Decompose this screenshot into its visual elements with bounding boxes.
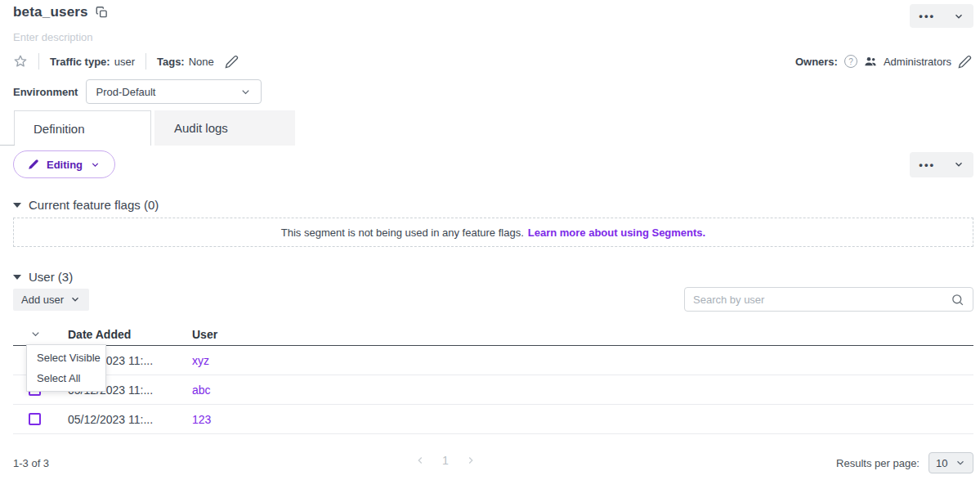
divider [145,53,146,70]
table-row: 05/12/2023 11:... xyz [13,346,973,375]
chevron-down-icon [239,86,252,98]
actions-expand-button[interactable] [944,4,973,28]
column-header-user: User [192,328,973,341]
tab-bar: Definition Audit logs [13,110,973,146]
collapse-triangle-icon [13,275,21,280]
environment-label: Environment [13,86,78,98]
search-input[interactable] [693,294,944,306]
divider [38,53,39,70]
feature-flags-section-toggle[interactable]: Current feature flags (0) [13,198,973,212]
prev-page-icon[interactable] [411,455,429,466]
definition-actions: ••• [910,152,973,177]
people-icon [864,56,877,67]
pencil-icon [28,159,39,170]
empty-state-text: This segment is not being used in any fe… [281,227,524,239]
tab-baseline [0,145,15,146]
tags: Tags: None [157,56,214,68]
user-link[interactable]: xyz [192,354,209,367]
collapse-triangle-icon [13,203,21,208]
tags-value: None [189,56,214,68]
title-row: beta_users ••• [13,4,973,25]
description-field[interactable]: Enter description [13,31,973,43]
results-per-page-value: 10 [936,457,947,469]
meta-row: Traffic type: user Tags: None Owners: ? … [13,52,973,70]
user-search-box [684,287,973,312]
results-per-page: Results per page: 10 [836,452,973,473]
feature-flags-heading: Current feature flags (0) [29,198,159,212]
table-row: 05/12/2023 11:... 123 [13,405,973,434]
results-per-page-label: Results per page: [836,457,920,469]
search-icon[interactable] [951,293,964,307]
feature-flags-empty-state: This segment is not being used in any fe… [13,218,973,247]
user-section-toggle[interactable]: User (3) [13,270,973,284]
more-actions-button[interactable]: ••• [910,4,944,28]
column-header-date: Date Added [68,328,192,341]
table-row: 05/12/2023 11:... abc [13,375,973,405]
learn-more-link[interactable]: Learn more about using Segments. [528,227,705,239]
tab-definition[interactable]: Definition [14,110,151,146]
traffic-type: Traffic type: user [50,56,135,68]
select-dropdown-menu: Select Visible Select All [26,344,106,392]
table-footer: 1-3 of 3 1 Results per page: 10 [13,451,973,475]
next-page-icon[interactable] [462,455,480,466]
row-date: 05/12/2023 11:... [68,413,192,426]
star-icon[interactable] [13,54,28,69]
edit-tags-pencil-icon[interactable] [225,55,239,69]
chevron-down-icon [953,11,964,22]
user-link[interactable]: 123 [192,413,211,426]
chevron-down-icon [953,159,964,170]
menu-item-select-visible[interactable]: Select Visible [27,348,105,368]
user-heading: User (3) [29,270,73,284]
owners: Owners: ? Administrators [795,55,973,69]
edit-owners-pencil-icon[interactable] [958,55,972,69]
traffic-type-value: user [114,56,135,68]
user-link[interactable]: abc [192,384,211,397]
table-header: Date Added User [13,323,973,346]
tags-label: Tags: [157,56,185,68]
owners-label: Owners: [795,56,838,68]
editing-label: Editing [47,159,83,171]
ellipsis-icon: ••• [919,11,935,21]
environment-select[interactable]: Prod-Default [86,79,262,104]
chevron-down-icon [69,294,81,305]
definition-more-button[interactable]: ••• [910,152,944,177]
results-per-page-select[interactable]: 10 [929,452,973,473]
traffic-type-label: Traffic type: [50,56,110,68]
page-number[interactable]: 1 [437,454,454,467]
editing-mode-button[interactable]: Editing [13,150,115,178]
environment-value: Prod-Default [96,86,155,98]
menu-item-select-all[interactable]: Select All [27,368,105,388]
editing-row: Editing ••• [13,150,973,178]
header-actions: ••• [910,4,973,28]
tab-audit-logs[interactable]: Audit logs [154,110,295,146]
pagination: 1 [411,454,480,467]
environment-row: Environment Prod-Default [13,79,973,104]
page-title: beta_users [13,4,88,20]
definition-expand-button[interactable] [944,152,973,177]
owners-value: Administrators [884,56,951,68]
copy-icon[interactable] [96,6,108,19]
ellipsis-icon: ••• [919,159,935,170]
segment-detail-page: beta_users ••• Enter description Traffic… [0,0,980,475]
chevron-down-icon [955,457,966,469]
user-controls-row: Add user [13,287,973,312]
users-table: Date Added User 05/12/2023 11:... xyz 05… [13,323,973,434]
add-user-button[interactable]: Add user [13,289,89,311]
chevron-down-icon [29,328,42,340]
results-range: 1-3 of 3 [13,457,49,469]
row-checkbox[interactable] [29,413,41,425]
add-user-label: Add user [21,294,64,306]
help-icon[interactable]: ? [844,55,857,68]
select-menu-trigger[interactable] [13,328,68,340]
chevron-down-icon [90,159,101,170]
